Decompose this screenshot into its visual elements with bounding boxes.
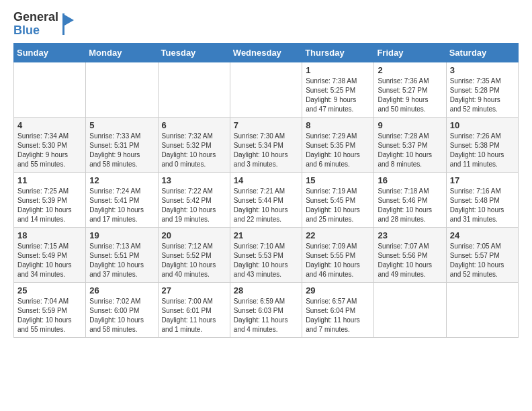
day-info: Sunrise: 7:26 AM Sunset: 5:38 PM Dayligh…: [450, 132, 515, 169]
day-number: 27: [162, 285, 226, 295]
weekday-header: Sunday: [14, 43, 86, 62]
calendar-cell: 17Sunrise: 7:16 AM Sunset: 5:48 PM Dayli…: [446, 172, 518, 227]
weekday-header: Wednesday: [230, 43, 302, 62]
calendar-cell: 6Sunrise: 7:32 AM Sunset: 5:32 PM Daylig…: [158, 117, 230, 172]
day-number: 19: [89, 230, 154, 240]
calendar-week-row: 18Sunrise: 7:15 AM Sunset: 5:49 PM Dayli…: [14, 227, 519, 282]
logo-blue: Blue: [13, 24, 40, 37]
day-number: 14: [234, 175, 298, 185]
day-info: Sunrise: 7:02 AM Sunset: 6:00 PM Dayligh…: [89, 297, 154, 334]
day-info: Sunrise: 7:15 AM Sunset: 5:49 PM Dayligh…: [17, 242, 82, 279]
day-info: Sunrise: 7:24 AM Sunset: 5:41 PM Dayligh…: [89, 187, 154, 224]
day-number: 5: [89, 120, 154, 130]
calendar-cell: 26Sunrise: 7:02 AM Sunset: 6:00 PM Dayli…: [86, 282, 158, 337]
day-info: Sunrise: 7:16 AM Sunset: 5:48 PM Dayligh…: [450, 187, 515, 224]
day-info: Sunrise: 7:18 AM Sunset: 5:46 PM Dayligh…: [378, 187, 442, 224]
day-info: Sunrise: 7:13 AM Sunset: 5:51 PM Dayligh…: [89, 242, 154, 279]
calendar-cell: 11Sunrise: 7:25 AM Sunset: 5:39 PM Dayli…: [14, 172, 86, 227]
day-info: Sunrise: 6:59 AM Sunset: 6:03 PM Dayligh…: [234, 297, 298, 334]
day-number: 10: [450, 120, 515, 130]
day-info: Sunrise: 7:22 AM Sunset: 5:42 PM Dayligh…: [162, 187, 226, 224]
svg-rect-0: [62, 13, 64, 35]
day-number: 3: [450, 65, 515, 75]
day-number: 8: [306, 120, 370, 130]
day-number: 18: [17, 230, 82, 240]
calendar-cell: 21Sunrise: 7:10 AM Sunset: 5:53 PM Dayli…: [230, 227, 302, 282]
weekday-header: Saturday: [446, 43, 518, 62]
day-number: 12: [89, 175, 154, 185]
day-number: 29: [306, 285, 370, 295]
calendar-cell: 4Sunrise: 7:34 AM Sunset: 5:30 PM Daylig…: [14, 117, 86, 172]
calendar-cell: [230, 62, 302, 117]
day-number: 15: [306, 175, 370, 185]
day-info: Sunrise: 7:32 AM Sunset: 5:32 PM Dayligh…: [162, 132, 226, 169]
day-number: 6: [162, 120, 226, 130]
calendar-cell: [14, 62, 86, 117]
calendar-cell: 10Sunrise: 7:26 AM Sunset: 5:38 PM Dayli…: [446, 117, 518, 172]
calendar-week-row: 4Sunrise: 7:34 AM Sunset: 5:30 PM Daylig…: [14, 117, 519, 172]
day-number: 23: [378, 230, 442, 240]
page-header: General Blue: [13, 11, 519, 38]
calendar-cell: [158, 62, 230, 117]
day-number: 26: [89, 285, 154, 295]
weekday-header: Tuesday: [158, 43, 230, 62]
day-info: Sunrise: 7:07 AM Sunset: 5:56 PM Dayligh…: [378, 242, 442, 279]
day-number: 1: [306, 65, 370, 75]
weekday-header: Friday: [374, 43, 446, 62]
day-info: Sunrise: 7:05 AM Sunset: 5:57 PM Dayligh…: [450, 242, 515, 279]
day-number: 24: [450, 230, 515, 240]
day-info: Sunrise: 7:33 AM Sunset: 5:31 PM Dayligh…: [89, 132, 154, 169]
calendar-cell: 28Sunrise: 6:59 AM Sunset: 6:03 PM Dayli…: [230, 282, 302, 337]
day-info: Sunrise: 6:57 AM Sunset: 6:04 PM Dayligh…: [306, 297, 370, 334]
day-info: Sunrise: 7:29 AM Sunset: 5:35 PM Dayligh…: [306, 132, 370, 169]
calendar-cell: 1Sunrise: 7:38 AM Sunset: 5:25 PM Daylig…: [302, 62, 374, 117]
calendar-cell: 18Sunrise: 7:15 AM Sunset: 5:49 PM Dayli…: [14, 227, 86, 282]
calendar-cell: 19Sunrise: 7:13 AM Sunset: 5:51 PM Dayli…: [86, 227, 158, 282]
day-number: 13: [162, 175, 226, 185]
day-number: 2: [378, 65, 442, 75]
day-info: Sunrise: 7:38 AM Sunset: 5:25 PM Dayligh…: [306, 77, 370, 114]
logo-general: General: [13, 10, 58, 24]
day-info: Sunrise: 7:30 AM Sunset: 5:34 PM Dayligh…: [234, 132, 298, 169]
day-number: 20: [162, 230, 226, 240]
day-info: Sunrise: 7:35 AM Sunset: 5:28 PM Dayligh…: [450, 77, 515, 114]
day-info: Sunrise: 7:25 AM Sunset: 5:39 PM Dayligh…: [17, 187, 82, 224]
day-info: Sunrise: 7:19 AM Sunset: 5:45 PM Dayligh…: [306, 187, 370, 224]
calendar-cell: 5Sunrise: 7:33 AM Sunset: 5:31 PM Daylig…: [86, 117, 158, 172]
day-info: Sunrise: 7:12 AM Sunset: 5:52 PM Dayligh…: [162, 242, 226, 279]
day-info: Sunrise: 7:34 AM Sunset: 5:30 PM Dayligh…: [17, 132, 82, 169]
day-number: 7: [234, 120, 298, 130]
calendar-cell: 9Sunrise: 7:28 AM Sunset: 5:37 PM Daylig…: [374, 117, 446, 172]
day-number: 4: [17, 120, 82, 130]
calendar-cell: 15Sunrise: 7:19 AM Sunset: 5:45 PM Dayli…: [302, 172, 374, 227]
day-number: 22: [306, 230, 370, 240]
day-number: 17: [450, 175, 515, 185]
calendar-cell: 24Sunrise: 7:05 AM Sunset: 5:57 PM Dayli…: [446, 227, 518, 282]
calendar-cell: 23Sunrise: 7:07 AM Sunset: 5:56 PM Dayli…: [374, 227, 446, 282]
calendar-week-row: 11Sunrise: 7:25 AM Sunset: 5:39 PM Dayli…: [14, 172, 519, 227]
logo: General Blue: [13, 11, 75, 38]
day-number: 11: [17, 175, 82, 185]
weekday-header: Thursday: [302, 43, 374, 62]
calendar-cell: [374, 282, 446, 337]
calendar-cell: 8Sunrise: 7:29 AM Sunset: 5:35 PM Daylig…: [302, 117, 374, 172]
calendar-cell: 16Sunrise: 7:18 AM Sunset: 5:46 PM Dayli…: [374, 172, 446, 227]
logo-text: General Blue: [13, 11, 58, 38]
calendar-cell: 7Sunrise: 7:30 AM Sunset: 5:34 PM Daylig…: [230, 117, 302, 172]
day-info: Sunrise: 7:09 AM Sunset: 5:55 PM Dayligh…: [306, 242, 370, 279]
calendar-week-row: 25Sunrise: 7:04 AM Sunset: 5:59 PM Dayli…: [14, 282, 519, 337]
calendar-cell: 13Sunrise: 7:22 AM Sunset: 5:42 PM Dayli…: [158, 172, 230, 227]
svg-marker-1: [64, 15, 74, 26]
day-info: Sunrise: 7:21 AM Sunset: 5:44 PM Dayligh…: [234, 187, 298, 224]
day-number: 16: [378, 175, 442, 185]
day-number: 21: [234, 230, 298, 240]
calendar-cell: 22Sunrise: 7:09 AM Sunset: 5:55 PM Dayli…: [302, 227, 374, 282]
calendar-cell: 20Sunrise: 7:12 AM Sunset: 5:52 PM Dayli…: [158, 227, 230, 282]
calendar-table: SundayMondayTuesdayWednesdayThursdayFrid…: [13, 43, 519, 338]
day-info: Sunrise: 7:10 AM Sunset: 5:53 PM Dayligh…: [234, 242, 298, 279]
weekday-header: Monday: [86, 43, 158, 62]
calendar-cell: 27Sunrise: 7:00 AM Sunset: 6:01 PM Dayli…: [158, 282, 230, 337]
calendar-cell: 29Sunrise: 6:57 AM Sunset: 6:04 PM Dayli…: [302, 282, 374, 337]
day-number: 25: [17, 285, 82, 295]
calendar-cell: 25Sunrise: 7:04 AM Sunset: 5:59 PM Dayli…: [14, 282, 86, 337]
